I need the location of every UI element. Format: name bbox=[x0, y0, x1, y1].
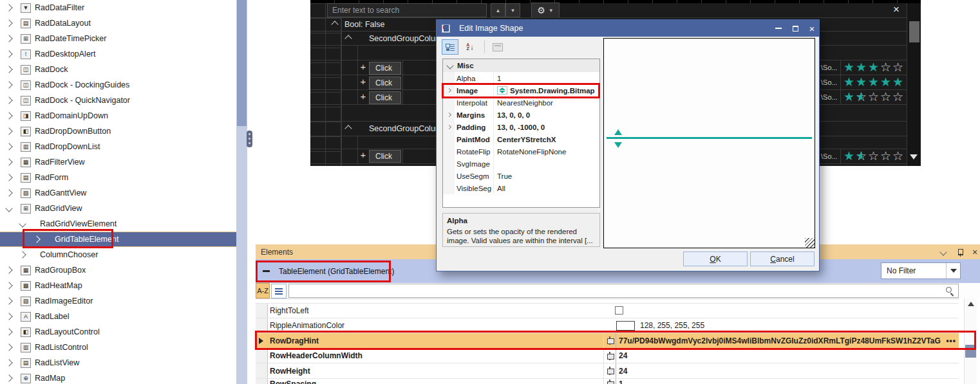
chevron-right-icon[interactable] bbox=[5, 359, 12, 366]
checkbox[interactable] bbox=[615, 306, 623, 315]
chevron-down-icon[interactable] bbox=[5, 205, 12, 212]
dialog-property-row-padding[interactable]: Padding13, 0, -1000, 0 bbox=[443, 121, 599, 133]
group-row-second-2[interactable]: SecondGroupColur bbox=[346, 124, 438, 133]
alphabetical-sort-button[interactable]: AZ↓ bbox=[460, 39, 480, 55]
property-row-rowspacing[interactable]: RowSpacing1 bbox=[256, 379, 959, 384]
chevron-right-icon[interactable] bbox=[5, 112, 12, 119]
star-filled-icon[interactable]: ★ bbox=[843, 61, 856, 73]
tree-item-gridtableelement[interactable]: GridTableElement bbox=[0, 232, 236, 247]
scroll-down-icon[interactable] bbox=[910, 154, 918, 160]
dialog-titlebar[interactable]: Edit Image Shape × bbox=[437, 20, 819, 37]
tree-scrollbar-thumb[interactable] bbox=[237, 0, 247, 126]
cancel-button[interactable]: Cancel bbox=[750, 251, 815, 266]
categorized-button[interactable] bbox=[442, 39, 458, 55]
property-grid-scrollbar[interactable] bbox=[964, 298, 977, 384]
star-filled-icon[interactable]: ★ bbox=[843, 150, 856, 162]
click-button[interactable]: Click bbox=[369, 150, 401, 163]
collapse-icon[interactable] bbox=[344, 125, 352, 132]
tree-item-radfilterview[interactable]: ▦RadFilterView bbox=[0, 154, 236, 170]
tree-item-radganttview[interactable]: ▨RadGanttView bbox=[0, 185, 236, 201]
property-row-rippleanimationcolor[interactable]: RippleAnimationColor128, 255, 255, 255 bbox=[256, 318, 959, 333]
property-value[interactable]: 128, 255, 255, 255 bbox=[603, 321, 959, 331]
star-outline-icon[interactable]: ☆ bbox=[868, 91, 880, 103]
star-outline-icon[interactable]: ☆ bbox=[868, 150, 880, 162]
chevron-right-icon[interactable] bbox=[446, 125, 451, 129]
row-selector-cell[interactable] bbox=[256, 363, 268, 378]
property-value[interactable]: 1 bbox=[616, 379, 959, 384]
star-outline-icon[interactable]: ☆ bbox=[880, 91, 892, 103]
tree-item-radgridviewelement[interactable]: RadGridViewElement bbox=[0, 216, 236, 232]
chevron-right-icon[interactable] bbox=[5, 313, 12, 320]
chevron-right-icon[interactable] bbox=[5, 143, 12, 150]
add-row-button[interactable]: + bbox=[357, 76, 369, 87]
tree-item-radlistcontrol[interactable]: ▥RadListControl bbox=[0, 340, 236, 355]
tree-item-raddock-dockingguides[interactable]: ◫RadDock - DockingGuides bbox=[0, 77, 236, 93]
tree-item-raddatetimepicker[interactable]: ⊞RadDateTimePicker bbox=[0, 31, 236, 46]
chevron-right-icon[interactable] bbox=[19, 251, 26, 258]
tree-item-columnchooser[interactable]: ColumnChooser bbox=[0, 247, 236, 262]
tree-item-radlistview[interactable]: ▤RadListView bbox=[0, 355, 236, 370]
tree-item-raddropdownlist[interactable]: ▥RadDropDownList bbox=[0, 139, 236, 154]
ok-button[interactable]: OK bbox=[683, 251, 748, 266]
tree-item-raddropdownbutton[interactable]: ◧RadDropDownButton bbox=[0, 123, 236, 139]
grid-scrollbar-thumb[interactable] bbox=[909, 21, 919, 42]
tree-item-radimageeditor[interactable]: ▨RadImageEditor bbox=[0, 293, 236, 309]
star-filled-icon[interactable]: ★ bbox=[856, 61, 868, 73]
tree-item-radlabel[interactable]: ARadLabel bbox=[0, 309, 236, 324]
chevron-right-icon[interactable] bbox=[5, 96, 12, 104]
dialog-property-row-interpolat[interactable]: InterpolatNearestNeighbor bbox=[443, 96, 599, 109]
star-outline-icon[interactable]: ☆ bbox=[880, 150, 892, 162]
dialog-property-row-margins[interactable]: Margins13, 0, 0, 0 bbox=[443, 109, 599, 121]
tree-item-radgroupbox[interactable]: ▦RadGroupBox bbox=[0, 262, 236, 278]
property-value[interactable]: 77u/PD94bWwgdmVyc2lvbj0iMS4wIiBlbmNvZGlu… bbox=[616, 336, 959, 345]
chevron-right-icon[interactable] bbox=[5, 174, 12, 181]
tree-item-radmap[interactable]: ⊕RadMap bbox=[0, 370, 236, 384]
category-sort-button[interactable] bbox=[271, 284, 287, 298]
scrollbar-thumb[interactable] bbox=[965, 345, 976, 358]
rating-cell[interactable]: ★★★★★ bbox=[840, 75, 907, 89]
chevron-right-icon[interactable] bbox=[5, 158, 12, 165]
tree-item-radlayoutcontrol[interactable]: ◧RadLayoutControl bbox=[0, 324, 236, 340]
grid-close-button[interactable]: × bbox=[889, 2, 904, 17]
row-selector-cell[interactable] bbox=[256, 349, 268, 363]
chevron-right-icon[interactable] bbox=[5, 297, 12, 304]
property-category[interactable]: Misc bbox=[443, 59, 599, 72]
tree-item-raddomainupdown[interactable]: ◨RadDomainUpDown bbox=[0, 108, 236, 123]
collapse-minus-icon[interactable] bbox=[263, 270, 270, 272]
star-filled-icon[interactable]: ★ bbox=[868, 76, 880, 88]
row-selector-cell[interactable] bbox=[256, 333, 268, 348]
star-outline-icon[interactable]: ☆ bbox=[892, 91, 905, 103]
chevron-right-icon[interactable] bbox=[5, 343, 12, 351]
star-filled-icon[interactable]: ★ bbox=[856, 76, 868, 88]
add-row-button[interactable]: + bbox=[357, 91, 369, 102]
grid-scrollbar[interactable] bbox=[907, 3, 921, 166]
filter-dropdown[interactable]: No Filter bbox=[881, 262, 961, 279]
property-row-rowdraghint[interactable]: RowDragHint77u/PD94bWwgdmVyc2lvbj0iMS4wI… bbox=[256, 333, 959, 349]
property-value[interactable] bbox=[603, 306, 959, 315]
grid-search-input[interactable] bbox=[327, 3, 487, 17]
panel-menu-button[interactable] bbox=[938, 247, 948, 257]
star-filled-icon[interactable]: ★ bbox=[843, 76, 856, 88]
tree-scrollbar[interactable] bbox=[236, 0, 247, 384]
dialog-property-row-alpha[interactable]: Alpha1 bbox=[443, 72, 599, 84]
group-row-second-1[interactable]: SecondGroupColur bbox=[346, 34, 438, 43]
star-outline-icon[interactable]: ☆ bbox=[892, 150, 905, 162]
tree-item-raddesktopalert[interactable]: !RadDesktopAlert bbox=[0, 46, 236, 62]
click-button[interactable]: Click bbox=[369, 77, 401, 89]
chevron-right-icon[interactable] bbox=[5, 19, 12, 26]
property-value[interactable]: 24 bbox=[616, 351, 959, 360]
close-button[interactable]: × bbox=[806, 23, 818, 33]
add-row-button[interactable]: + bbox=[357, 61, 369, 72]
collapse-icon[interactable] bbox=[331, 21, 338, 28]
maximize-button[interactable] bbox=[789, 23, 801, 33]
add-row-button[interactable]: + bbox=[357, 149, 369, 160]
tree-item-raddock-quicknavigator[interactable]: ◫RadDock - QuickNavigator bbox=[0, 93, 236, 108]
star-outline-icon[interactable]: ☆ bbox=[892, 61, 905, 73]
ellipsis-button[interactable]: ••• bbox=[946, 336, 956, 345]
chevron-right-icon[interactable] bbox=[5, 4, 12, 11]
click-button[interactable]: Click bbox=[369, 62, 401, 75]
chevron-right-icon[interactable] bbox=[5, 374, 12, 381]
grid-settings-button[interactable]: ⚙▼ bbox=[531, 3, 560, 18]
chevron-right-icon[interactable] bbox=[5, 189, 12, 196]
tree-item-raddatafilter[interactable]: ▼RadDataFilter bbox=[0, 0, 236, 15]
